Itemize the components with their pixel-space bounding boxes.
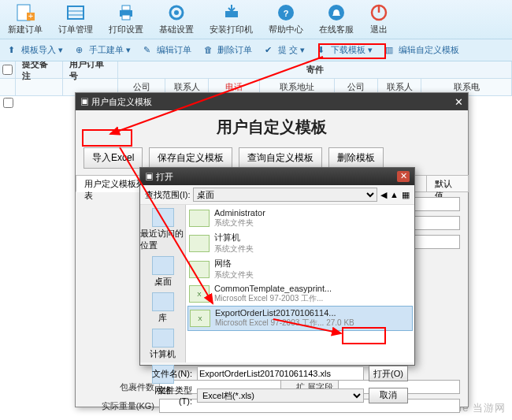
tb-help[interactable]: ? 帮助中心 xyxy=(261,0,311,39)
svg-text:+: + xyxy=(28,11,33,20)
svg-rect-8 xyxy=(122,15,130,20)
up-icon[interactable]: ▲ xyxy=(390,190,399,199)
tab-default-2[interactable]: 默认值 xyxy=(426,175,469,192)
excel-icon: X xyxy=(190,310,210,327)
sb-edit-custom[interactable]: ▥编辑自定义模板 xyxy=(380,43,464,58)
upload-icon: ⬆ xyxy=(8,45,19,56)
edit-template-icon: ▥ xyxy=(385,45,396,56)
select-all-checkbox[interactable] xyxy=(2,65,13,75)
svg-rect-3 xyxy=(68,6,83,19)
printer-icon xyxy=(117,3,135,22)
query-template-button[interactable]: 查询自定义模板 xyxy=(239,147,322,169)
new-order-icon: + xyxy=(16,3,35,22)
filename-label: 文件名(N): xyxy=(147,368,192,380)
tb-basic-settings[interactable]: 基础设置 xyxy=(151,0,202,39)
tb-exit[interactable]: 退出 xyxy=(362,0,396,39)
close-icon[interactable]: ✕ xyxy=(397,171,410,182)
row-checkbox[interactable] xyxy=(3,98,13,108)
view-icon[interactable]: ▦ xyxy=(402,190,410,200)
order-mgmt-icon xyxy=(66,3,85,22)
annotation-arrow-3 xyxy=(272,311,351,343)
filetype-label: 文件类型(T): xyxy=(147,385,192,406)
svg-line-19 xyxy=(273,319,341,333)
power-icon xyxy=(369,3,388,22)
annotation-arrow-1 xyxy=(102,55,339,150)
check-icon: ✔ xyxy=(265,45,276,56)
svg-rect-7 xyxy=(122,6,130,10)
filetype-select[interactable]: Excel档(*.xls) xyxy=(197,388,364,403)
computer-icon xyxy=(152,329,174,348)
plus-icon: ⊕ xyxy=(76,45,87,56)
place-computer[interactable]: 计算机 xyxy=(150,329,176,360)
cancel-button[interactable]: 取消 xyxy=(369,388,408,403)
tb-new-order[interactable]: + 新建订单 xyxy=(0,0,50,39)
bell-icon xyxy=(327,3,346,22)
tb-order-mgmt[interactable]: 订单管理 xyxy=(50,0,101,39)
file-dialog-footer: 文件名(N): 打开(O) 文件类型(T): Excel档(*.xls) 取消 xyxy=(140,362,414,409)
back-icon[interactable]: ◀ xyxy=(380,190,387,200)
svg-line-17 xyxy=(110,57,323,134)
delete-template-button[interactable]: 删除模板 xyxy=(328,147,384,169)
svg-text:?: ? xyxy=(284,9,289,18)
template-icon: ▣ xyxy=(80,97,89,106)
install-printer-icon xyxy=(222,3,241,22)
close-icon[interactable]: ✕ xyxy=(454,96,463,108)
sb-import[interactable]: ⬆模板导入▾ xyxy=(3,43,68,58)
pencil-icon: ✎ xyxy=(143,45,154,56)
chevron-down-icon: ▾ xyxy=(58,45,63,55)
open-button[interactable]: 打开(O) xyxy=(369,366,408,381)
tb-install-printer[interactable]: 安装打印机 xyxy=(202,0,261,39)
main-toolbar: + 新建订单 订单管理 打印设置 基础设置 安装打印机 ? 帮助中心 在线客服 … xyxy=(0,0,512,39)
svg-line-18 xyxy=(120,147,213,303)
col-remark: 提交备注 xyxy=(16,61,63,78)
tb-support[interactable]: 在线客服 xyxy=(311,0,362,39)
filename-input[interactable] xyxy=(197,366,364,381)
tb-print-settings[interactable]: 打印设置 xyxy=(101,0,151,39)
svg-point-10 xyxy=(174,10,179,15)
trash-icon: 🗑 xyxy=(204,45,215,56)
highlight-box-3 xyxy=(342,327,386,344)
annotation-arrow-2 xyxy=(118,146,244,311)
gear-icon xyxy=(167,3,186,22)
help-icon: ? xyxy=(276,3,295,22)
